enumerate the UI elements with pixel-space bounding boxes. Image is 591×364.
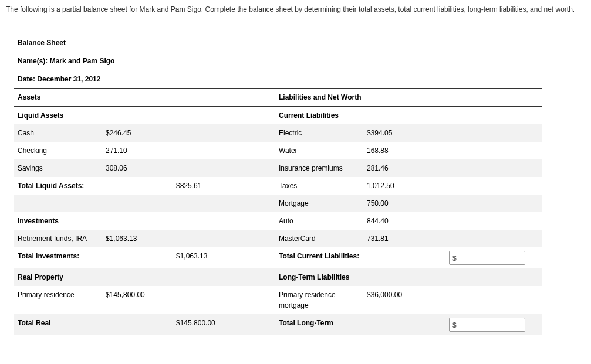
- total-investments-value: $1,063.13: [173, 247, 275, 268]
- total-current-liabilities-label: Total Current Liabilities:: [275, 247, 363, 268]
- investments-header: Investments: [14, 212, 102, 230]
- mastercard-label: MasterCard: [275, 230, 363, 247]
- mortgage-label: Mortgage: [275, 195, 363, 212]
- dollar-sign-icon: $: [452, 320, 457, 331]
- savings-value: 308.06: [102, 159, 173, 177]
- auto-value: 844.40: [363, 212, 445, 230]
- primary-residence-label: Primary residence: [14, 286, 102, 314]
- total-long-term-input[interactable]: [449, 318, 525, 332]
- real-property-header: Real Property: [14, 268, 102, 286]
- water-value: 168.88: [363, 142, 445, 159]
- primary-residence-value: $145,800.00: [102, 286, 173, 314]
- water-label: Water: [275, 142, 363, 159]
- taxes-value: 1,012.50: [363, 177, 445, 195]
- liquid-assets-header: Liquid Assets: [14, 106, 275, 124]
- dollar-sign-icon: $: [452, 253, 457, 264]
- insurance-label: Insurance premiums: [275, 159, 363, 177]
- electric-value: $394.05: [363, 124, 445, 142]
- question-instructions: The following is a partial balance sheet…: [6, 4, 585, 16]
- long-term-liabilities-header: Long-Term Liabilities: [275, 268, 363, 286]
- insurance-value: 281.46: [363, 159, 445, 177]
- cash-label: Cash: [14, 124, 102, 142]
- mortgage-value: 750.00: [363, 195, 445, 212]
- total-investments-label: Total Investments:: [14, 247, 102, 268]
- retirement-value: $1,063.13: [102, 230, 173, 247]
- total-current-liabilities-input[interactable]: [449, 251, 525, 265]
- electric-label: Electric: [275, 124, 363, 142]
- mastercard-value: 731.81: [363, 230, 445, 247]
- assets-header: Assets: [14, 88, 275, 106]
- cash-value: $246.45: [102, 124, 173, 142]
- primary-residence-mortgage-value: $36,000.00: [363, 286, 445, 314]
- primary-residence-mortgage-label: Primary residence mortgage: [275, 286, 363, 314]
- total-real-label: Total Real: [14, 314, 102, 335]
- date-label: Date: December 31, 2012: [14, 70, 542, 88]
- total-real-value: $145,800.00: [173, 314, 275, 335]
- savings-label: Savings: [14, 159, 102, 177]
- liabilities-header: Liabilities and Net Worth: [275, 88, 542, 106]
- total-liquid-label: Total Liquid Assets:: [14, 177, 102, 195]
- names-label: Name(s): Mark and Pam Sigo: [14, 52, 542, 70]
- checking-value: 271.10: [102, 142, 173, 159]
- taxes-label: Taxes: [275, 177, 363, 195]
- current-liabilities-header: Current Liabilities: [275, 106, 542, 124]
- retirement-label: Retirement funds, IRA: [14, 230, 102, 247]
- auto-label: Auto: [275, 212, 363, 230]
- total-liquid-value: $825.61: [173, 177, 275, 195]
- total-long-term-label: Total Long-Term: [275, 314, 363, 335]
- checking-label: Checking: [14, 142, 102, 159]
- sheet-title: Balance Sheet: [14, 34, 542, 52]
- balance-sheet: Balance Sheet Name(s): Mark and Pam Sigo…: [14, 34, 542, 335]
